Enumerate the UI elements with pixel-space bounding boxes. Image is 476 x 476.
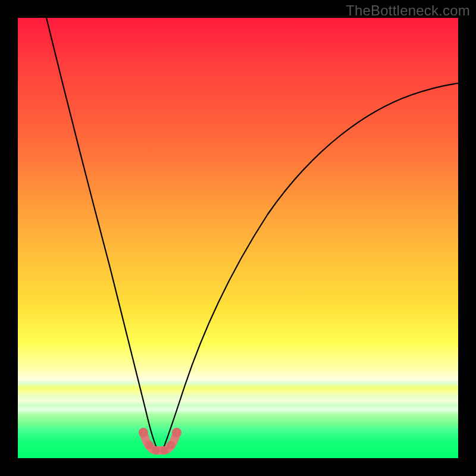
left-branch-line: [46, 18, 156, 447]
bottom-marker-dot-right: [172, 428, 181, 437]
bottom-marker-dot-br: [160, 446, 168, 455]
bottom-marker-dot-left: [139, 428, 148, 437]
curve-layer: [18, 18, 458, 458]
watermark-label: TheBottleneck.com: [346, 2, 470, 19]
bottom-marker-dot-ml: [145, 441, 154, 449]
bottom-marker-dot-mr: [167, 441, 175, 449]
right-branch-line: [164, 83, 458, 447]
chart-frame: TheBottleneck.com: [0, 0, 476, 476]
bottom-marker-dot-bl: [152, 446, 160, 455]
plot-area: [18, 18, 458, 458]
